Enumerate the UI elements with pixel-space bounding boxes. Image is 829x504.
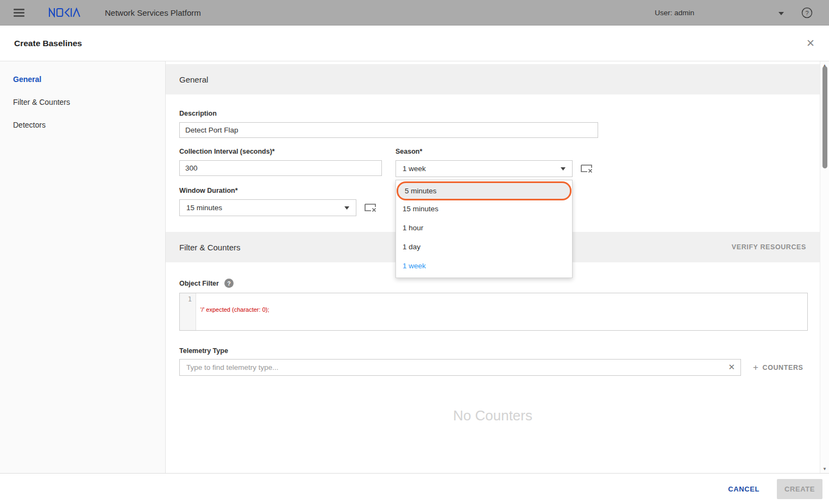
sidebar-item-detectors[interactable]: Detectors — [0, 114, 165, 136]
editor-error-message: '/' expected (character: 0); — [200, 306, 269, 313]
scroll-down-arrow-icon[interactable]: ▼ — [820, 467, 829, 471]
interval-season-row: Collection Interval (seconds)* Season* 1… — [179, 148, 806, 177]
svg-text:?: ? — [227, 280, 230, 287]
page-title: Create Baselines — [14, 39, 82, 48]
topbar: Network Services Platform User: admin ? — [0, 0, 829, 26]
telemetry-type-input[interactable] — [179, 359, 741, 376]
season-select[interactable]: 1 week — [395, 160, 573, 177]
telemetry-clear-icon[interactable]: ✕ — [728, 363, 735, 371]
close-icon[interactable]: ✕ — [806, 38, 815, 48]
window-duration-select-value: 15 minutes — [186, 204, 222, 212]
topbar-right: User: admin ? — [655, 7, 829, 18]
general-section-header: General — [166, 64, 820, 94]
help-icon[interactable]: ? — [801, 7, 813, 18]
editor-code-area[interactable]: '/' expected (character: 0); — [196, 293, 807, 330]
dialog-header: Create Baselines ✕ — [0, 26, 829, 61]
season-option-5-minutes[interactable]: 5 minutes — [397, 181, 571, 200]
season-option-15-minutes[interactable]: 15 minutes — [396, 200, 572, 219]
chevron-down-icon — [561, 167, 566, 171]
season-clear-selection-icon[interactable] — [580, 163, 593, 174]
object-filter-label: Object Filter — [179, 280, 219, 287]
general-section-title: General — [179, 75, 208, 84]
chevron-down-icon — [344, 206, 349, 210]
sidebar-item-filter-counters[interactable]: Filter & Counters — [0, 91, 165, 114]
editor-line-number: 1 — [180, 293, 196, 330]
description-input[interactable] — [179, 122, 598, 138]
vertical-scrollbar[interactable]: ▲ ▼ — [820, 61, 829, 473]
nokia-logo — [46, 8, 82, 17]
window-duration-clear-selection-icon[interactable] — [364, 203, 377, 213]
window-duration-select[interactable]: 15 minutes — [179, 199, 356, 216]
app-title: Network Services Platform — [105, 8, 201, 17]
season-label: Season* — [395, 148, 593, 155]
hamburger-menu-icon[interactable] — [14, 7, 24, 18]
season-option-1-hour[interactable]: 1 hour — [396, 219, 572, 238]
season-option-1-day[interactable]: 1 day — [396, 238, 572, 257]
plus-icon: + — [753, 362, 759, 373]
season-select-value: 1 week — [403, 165, 426, 173]
collection-interval-input[interactable] — [179, 160, 382, 176]
season-dropdown-panel: 5 minutes 15 minutes 1 hour 1 day 1 week — [395, 180, 573, 278]
user-menu-caret-down-icon[interactable] — [778, 8, 784, 17]
filter-counters-section-body: Object Filter ? 1 '/' expected (characte… — [166, 279, 820, 424]
object-filter-help-icon[interactable]: ? — [224, 279, 234, 288]
dialog-footer: CANCEL CREATE — [0, 473, 829, 504]
filter-counters-section-title: Filter & Counters — [179, 243, 241, 252]
telemetry-type-label: Telemetry Type — [179, 347, 806, 355]
object-filter-editor[interactable]: 1 '/' expected (character: 0); — [179, 293, 808, 331]
add-counters-label: COUNTERS — [763, 364, 803, 371]
verify-resources-button[interactable]: VERIFY RESOURCES — [732, 243, 806, 251]
sidebar-item-general[interactable]: General — [0, 68, 165, 91]
description-label: Description — [179, 110, 806, 117]
sidebar: General Filter & Counters Detectors — [0, 61, 166, 473]
season-option-1-week[interactable]: 1 week — [396, 257, 572, 276]
create-baselines-screen: Network Services Platform User: admin ? … — [0, 0, 829, 504]
create-button[interactable]: CREATE — [777, 479, 822, 499]
add-counters-button[interactable]: + COUNTERS — [753, 362, 803, 373]
cancel-button[interactable]: CANCEL — [728, 485, 759, 493]
scrollbar-thumb[interactable] — [822, 66, 827, 168]
user-menu-label[interactable]: User: admin — [655, 9, 694, 17]
no-counters-placeholder: No Counters — [179, 407, 806, 424]
svg-text:?: ? — [805, 9, 808, 16]
collection-interval-label: Collection Interval (seconds)* — [179, 148, 382, 155]
